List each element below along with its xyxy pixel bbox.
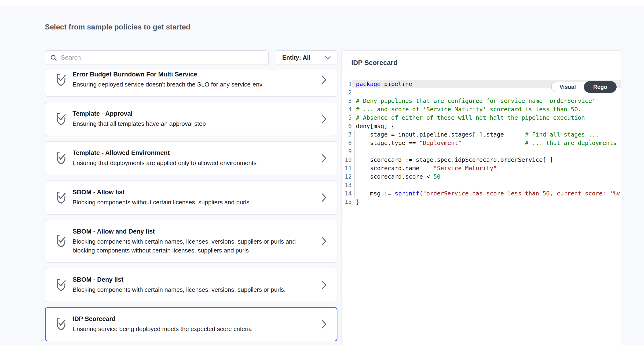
policy-list-column: Entity: All Error Budget Burndown For Mu… [45,50,338,345]
chevron-right-icon [322,237,327,246]
policy-card-text: Error Budget Burndown For Multi Service … [72,71,316,89]
code-row: 12 scorecard.score < 50 [342,173,621,181]
code-line: stage.type == "Deployment" # ... that ar… [352,139,621,147]
search-box[interactable] [45,50,269,65]
policy-card-text: Template - Allowed Environment Ensuring … [72,149,316,167]
panel-title: IDP Scorecard [351,59,398,67]
shield-check-icon [56,235,66,248]
chevron-right-icon [322,320,327,329]
entity-filter-label: Entity: All [282,54,310,61]
line-number: 6 [342,122,352,130]
policy-card-text: Template - Approval Ensuring that all te… [72,110,316,128]
policy-card[interactable]: SBOM - Allow and Deny list Blocking comp… [45,220,338,263]
code-line: deny[msg] { [352,122,621,130]
line-number: 13 [342,181,352,189]
policy-card-description: Ensuring that deployments are applied on… [72,158,302,167]
top-bar [0,0,644,5]
code-editor-lines: 1package pipeline23# Deny pipelines that… [342,80,621,206]
entity-filter-dropdown[interactable]: Entity: All [276,50,338,65]
policy-card-description: Blocking components with certain names, … [72,285,302,294]
policy-list[interactable]: Error Budget Burndown For Multi Service … [45,70,338,344]
code-line: } [352,198,621,206]
policy-card[interactable]: SBOM - Deny list Blocking components wit… [45,268,338,302]
code-line: scorecard.score < 50 [352,173,621,181]
page-title: Select from sample policies to get start… [45,23,190,31]
toggle-visual-button[interactable]: Visual [552,82,584,92]
line-number: 4 [342,105,352,114]
code-line: msg := sprintf("orderService has score l… [352,189,621,198]
code-line: scorecard.name == "Service Maturity" [352,164,621,173]
policy-card-title: IDP Scorecard [72,315,316,323]
policy-card-description: Ensuring deployed service doesn't breach… [72,80,302,89]
code-row: 15} [342,198,621,206]
policy-card-text: SBOM - Deny list Blocking components wit… [72,276,316,294]
code-row: 8 stage.type == "Deployment" # ... that … [342,139,621,147]
shield-check-icon [56,73,66,86]
code-row: 6deny[msg] { [342,122,621,130]
line-number: 5 [342,114,352,122]
policy-card-title: SBOM - Deny list [72,276,316,283]
chevron-right-icon [322,193,327,202]
indent-guide [354,130,355,198]
policy-detail-panel: IDP Scorecard 1package pipeline23# Deny … [342,50,621,345]
code-row: 10 scorecard := stage.spec.idpScorecard.… [342,156,621,164]
code-line: scorecard := stage.spec.idpScorecard.ord… [352,156,621,164]
code-line [352,147,621,156]
chevron-right-icon [322,75,327,84]
policy-card-title: Template - Allowed Environment [72,149,316,157]
chevron-right-icon [322,114,327,124]
panel-header: IDP Scorecard [342,51,621,75]
code-row: 5# Absence of either of these will not h… [342,114,621,122]
line-number: 15 [342,198,352,206]
filter-row: Entity: All [45,50,338,65]
code-row: 13 [342,181,621,189]
code-row: 14 msg := sprintf("orderService has scor… [342,189,621,198]
code-row: 11 scorecard.name == "Service Maturity" [342,164,621,173]
line-number: 3 [342,97,352,105]
line-number: 12 [342,173,352,181]
code-line: # ... and score of 'Service Maturity' sc… [352,105,621,114]
policy-card-description: Ensuring service being deployed meets th… [72,325,302,333]
shield-check-icon [56,152,66,165]
policy-card-description: Blocking components without certain lice… [72,198,302,207]
line-number: 9 [342,147,352,156]
policy-card[interactable]: Template - Allowed Environment Ensuring … [45,141,338,175]
line-number: 1 [342,80,352,88]
shield-check-icon [56,112,66,126]
code-row: 4# ... and score of 'Service Maturity' s… [342,105,621,114]
code-line: stage = input.pipeline.stages[_].stage #… [352,130,621,139]
view-toggle: VisualRego [551,82,616,92]
policy-card-title: SBOM - Allow list [72,188,316,196]
code-row: 3# Deny pipelines that are configured fo… [342,97,621,105]
code-row: 9 [342,147,621,156]
policy-card[interactable]: Template - Approval Ensuring that all te… [45,102,338,136]
policy-card-text: SBOM - Allow and Deny list Blocking comp… [72,228,316,255]
code-line [352,181,621,189]
code-editor[interactable]: 1package pipeline23# Deny pipelines that… [342,80,621,206]
policy-card-text: SBOM - Allow list Blocking components wi… [72,188,316,207]
code-line: # Deny pipelines that are configured for… [352,97,621,105]
line-number: 7 [342,130,352,139]
policy-card-title: Template - Approval [72,110,316,117]
policy-card-text: IDP Scorecard Ensuring service being dep… [72,315,316,333]
policy-card[interactable]: SBOM - Allow list Blocking components wi… [45,180,338,215]
toggle-rego-button[interactable]: Rego [584,81,616,93]
line-number: 2 [342,88,352,97]
magnifier-icon [50,54,57,61]
policy-card-title: Error Budget Burndown For Multi Service [72,71,316,78]
line-number: 10 [342,156,352,164]
main-content: Select from sample policies to get start… [0,5,644,345]
search-input[interactable] [61,54,264,61]
shield-check-icon [56,318,66,331]
code-row: 7 stage = input.pipeline.stages[_].stage… [342,130,621,139]
policy-card-title: SBOM - Allow and Deny list [72,228,316,235]
line-number: 14 [342,189,352,198]
code-line: # Absence of either of these will not ha… [352,114,621,122]
policy-card[interactable]: IDP Scorecard Ensuring service being dep… [45,307,338,341]
policy-card[interactable]: Error Budget Burndown For Multi Service … [45,70,338,97]
chevron-right-icon [322,154,327,163]
shield-check-icon [56,279,66,292]
policy-card-description: Blocking components with certain names, … [72,237,302,255]
line-number: 8 [342,139,352,147]
chevron-right-icon [322,280,327,290]
